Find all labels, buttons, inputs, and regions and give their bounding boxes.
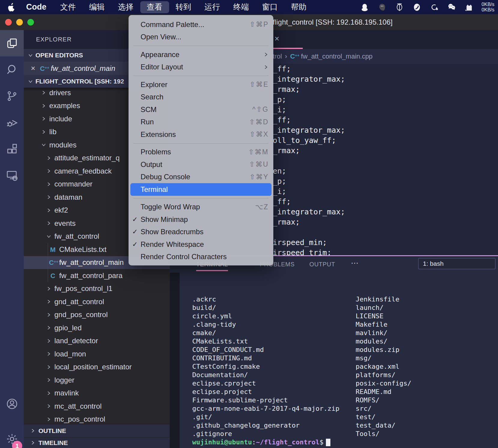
menu-item-shortcut: ^⇧G — [252, 105, 269, 114]
code-line: _ff; — [273, 115, 498, 125]
code-editor[interactable]: _ff;_integrator_max;_rmax;_p;_i;_ff;_int… — [273, 64, 498, 255]
menu-item-render-whitespace[interactable]: ✓Render Whitespace — [129, 238, 273, 251]
tree-folder-item[interactable]: gnd_att_control — [24, 295, 170, 308]
terminal-listing-left: CMakeLists.txt — [192, 337, 356, 346]
panel-tab-output[interactable]: OUTPUT — [309, 261, 335, 268]
menu-item-explorer[interactable]: Explorer⇧⌘E — [129, 78, 273, 91]
menu-item-problems[interactable]: Problems⇧⌘M — [129, 146, 273, 159]
timeline-section[interactable]: TIMELINE — [24, 437, 170, 448]
tree-folder-item[interactable]: gpio_led — [24, 321, 170, 334]
tree-folder-item[interactable]: gnd_pos_control — [24, 308, 170, 322]
menu-item-debug-console[interactable]: Debug Console⇧⌘Y — [129, 171, 273, 183]
menu-item-scm[interactable]: SCM^⇧G — [129, 103, 273, 116]
search-assistant-icon[interactable] — [429, 2, 439, 12]
tree-folder-item[interactable]: logger — [24, 374, 170, 387]
traffic-light-zoom[interactable] — [27, 19, 34, 26]
menubar-item[interactable]: 编辑 — [83, 1, 111, 13]
cat-icon[interactable] — [464, 2, 474, 12]
terminal-listing-right: package.xml — [356, 363, 399, 370]
tree-item-label: mavlink — [54, 389, 79, 397]
run-debug-icon[interactable] — [0, 109, 24, 136]
menu-item-terminal[interactable]: Terminal — [130, 183, 272, 196]
menu-separator — [129, 141, 273, 146]
menu-item-shortcut: ⇧⌘M — [248, 148, 269, 156]
menu-item-command-palette[interactable]: Command Palette...⇧⌘P — [129, 18, 273, 31]
proxy-icon[interactable] — [394, 2, 405, 12]
activity-bar-bottom — [0, 391, 24, 448]
apple-logo-icon[interactable] — [0, 3, 19, 11]
tree-folder-item[interactable]: land_detector — [24, 334, 170, 348]
terminal-listing-left: circle.yml — [192, 312, 356, 320]
terminal-prompt[interactable]: wujinhui@ubuntu:~/flight_control$ — [192, 438, 411, 446]
prompt-symbol: $ — [320, 438, 323, 446]
terminal-listing-right: test/ — [356, 413, 375, 421]
terminal-listing-row: cmake/mavlink/ — [192, 329, 411, 337]
menu-item-output[interactable]: Output⇧⌘U — [129, 158, 273, 171]
outline-label: OUTLINE — [38, 427, 66, 434]
terminal-listing-left: .ackrc — [192, 295, 356, 304]
menubar-item[interactable]: 帮助 — [284, 1, 313, 13]
check-icon: ✓ — [132, 216, 140, 223]
extensions-icon[interactable] — [0, 136, 24, 162]
tree-folder-item[interactable]: mc_att_control — [24, 400, 170, 413]
breadcrumb-file[interactable]: fw_att_control_main.cpp — [301, 53, 372, 60]
code-line: en; — [273, 166, 498, 176]
traffic-light-close[interactable] — [5, 19, 12, 26]
outline-section[interactable]: OUTLINE — [24, 424, 170, 437]
tree-file-item[interactable]: Cfw_att_control_para — [24, 269, 170, 282]
menu-item-toggle-word-wrap[interactable]: Toggle Word Wrap⌥Z — [129, 201, 273, 213]
tree-folder-item[interactable]: local_position_estimator — [24, 361, 170, 374]
menubar-item[interactable]: 选择 — [111, 1, 140, 13]
search-icon[interactable] — [0, 56, 24, 83]
menu-item-show-breadcrumbs[interactable]: ✓Show Breadcrumbs — [129, 226, 273, 238]
menu-item-label: Appearance — [141, 50, 263, 59]
submenu-arrow-icon — [263, 52, 269, 57]
menu-item-open-view[interactable]: Open View... — [129, 31, 273, 44]
menu-item-run[interactable]: Run⇧⌘D — [129, 116, 273, 129]
ghost-icon[interactable] — [377, 2, 387, 12]
tree-item-label: drivers — [49, 89, 71, 97]
submenu-arrow-icon — [263, 65, 269, 70]
terminal-listing-left: gcc-arm-none-eabi-7-2017-q4-major.zip — [192, 404, 356, 413]
terminal-content[interactable]: .ackrcJenkinsfilebuild/launch/circle.yml… — [192, 295, 411, 446]
menubar-item[interactable]: 窗口 — [256, 1, 284, 13]
tree-folder-item[interactable]: load_mon — [24, 347, 170, 361]
chevron-right-icon — [45, 221, 52, 226]
tree-folder-item[interactable]: fw_pos_control_l1 — [24, 282, 170, 295]
menubar-item[interactable]: 文件 — [54, 1, 83, 13]
menu-item-render-control-characters[interactable]: Render Control Characters — [129, 251, 273, 263]
menu-item-show-minimap[interactable]: ✓Show Minimap — [129, 213, 273, 226]
menubar-app-name[interactable]: Code — [19, 2, 54, 12]
tree-folder-item[interactable]: mavlink — [24, 387, 170, 400]
close-icon[interactable]: × — [29, 64, 37, 73]
bird-icon[interactable] — [412, 2, 422, 12]
account-icon[interactable] — [0, 391, 24, 417]
source-control-icon[interactable] — [0, 83, 24, 109]
menu-item-label: Render Control Characters — [141, 253, 269, 261]
terminal-listing-row: .ackrcJenkinsfile — [192, 295, 411, 304]
menu-item-label: Command Palette... — [141, 20, 249, 29]
menubar-item[interactable]: 查看 — [140, 1, 169, 13]
wechat-icon[interactable] — [447, 2, 457, 12]
menu-item-extensions[interactable]: Extensions⇧⌘X — [129, 128, 273, 141]
activity-bar: 1 — [0, 30, 24, 448]
breadcrumb-parent[interactable]: trol — [273, 53, 282, 60]
menu-item-appearance[interactable]: Appearance — [129, 48, 273, 61]
qq-icon[interactable] — [360, 2, 370, 12]
menubar-item[interactable]: 运行 — [198, 1, 227, 13]
tab-close-icon[interactable]: × — [275, 34, 279, 44]
chevron-right-icon — [45, 325, 52, 330]
open-editors-label: OPEN EDITORS — [35, 52, 83, 59]
menu-item-search[interactable]: Search — [129, 91, 273, 104]
more-tabs-icon[interactable]: ⋯ — [351, 259, 359, 268]
menubar-item[interactable]: 终端 — [227, 1, 256, 13]
menubar-item[interactable]: 转到 — [169, 1, 198, 13]
explorer-icon[interactable] — [0, 30, 24, 56]
menu-item-shortcut: ⌥Z — [255, 203, 269, 211]
traffic-light-minimize[interactable] — [16, 19, 23, 26]
shell-selector[interactable]: 1: bash — [418, 258, 496, 269]
menu-item-shortcut: ⇧⌘X — [249, 130, 269, 138]
menu-item-label: SCM — [141, 105, 252, 114]
menu-item-editor-layout[interactable]: Editor Layout — [129, 61, 273, 74]
remote-explorer-icon[interactable] — [0, 162, 24, 189]
